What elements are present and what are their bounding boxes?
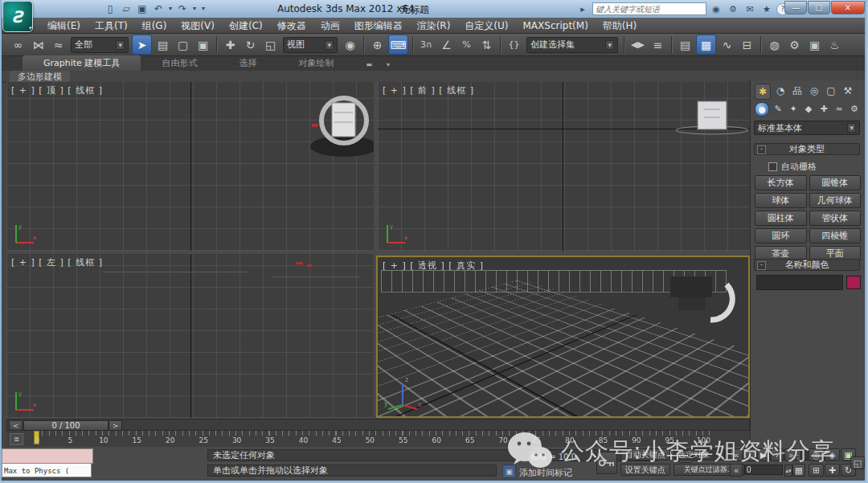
- hierarchy-tab-icon[interactable]: 品: [790, 84, 805, 98]
- object-type-button[interactable]: 管状体: [809, 211, 862, 226]
- geometry-icon[interactable]: ●: [755, 102, 769, 117]
- select-and-rotate-icon[interactable]: ↻: [241, 35, 260, 54]
- utilities-tab-icon[interactable]: ⚒: [841, 84, 855, 98]
- use-pivot-center-icon[interactable]: ◉: [341, 35, 359, 54]
- reference-coordinate-dropdown[interactable]: 视图 ▾: [283, 37, 338, 53]
- create-tab-icon[interactable]: ✱: [755, 84, 771, 100]
- viewport-front[interactable]: [ + ] [ 前 ] [ 线框 ] xy: [378, 82, 750, 251]
- cameras-icon[interactable]: ◆: [802, 102, 815, 115]
- geometry-category-dropdown[interactable]: 标准基本体 ▾: [754, 121, 860, 135]
- time-slider-handle[interactable]: 0 / 100: [23, 420, 108, 431]
- select-and-scale-icon[interactable]: ◱: [261, 35, 280, 54]
- qat-customize-icon[interactable]: ▾: [199, 2, 207, 15]
- mirror-icon[interactable]: ◀▶: [628, 35, 647, 54]
- zoom-all-icon[interactable]: ◈: [825, 448, 840, 461]
- layer-manager-icon[interactable]: ▤: [676, 35, 694, 54]
- subscription-icon[interactable]: ⚙: [726, 3, 740, 15]
- minimize-button[interactable]: —: [784, 1, 807, 14]
- object-type-button[interactable]: 四棱锥: [809, 228, 862, 244]
- open-file-icon[interactable]: ▱: [119, 2, 133, 15]
- menu-item[interactable]: 自定义(U): [457, 18, 515, 34]
- track-bar[interactable]: ≣ 05101520253035404550556065707580859095…: [6, 431, 750, 448]
- headphone-object-perspective[interactable]: [656, 270, 740, 338]
- object-type-button[interactable]: 几何球体: [809, 193, 862, 208]
- title-bar[interactable]: ▯ ▱ ▣ ↶ ▾ ↷ ▾ ▾ Autodesk 3ds Max 2012 x6…: [0, 0, 868, 18]
- helpers-icon[interactable]: ✚: [817, 102, 830, 115]
- headphone-object-top[interactable]: [305, 87, 374, 163]
- rollout-collapse-icon[interactable]: -: [757, 261, 766, 270]
- ribbon-minimize-icon[interactable]: ▬: [366, 61, 372, 68]
- object-type-button[interactable]: 球体: [755, 193, 807, 208]
- menu-item[interactable]: 编辑(E): [40, 18, 88, 34]
- display-tab-icon[interactable]: ▢: [824, 84, 838, 98]
- menu-item[interactable]: 视图(V): [174, 18, 222, 34]
- selection-set-dropdown[interactable]: 选定对象 ▾: [674, 448, 725, 460]
- close-button[interactable]: ×: [831, 1, 865, 14]
- time-configuration-icon[interactable]: ▦: [792, 464, 805, 477]
- viewport-left[interactable]: [ + ] [ 左 ] [ 线框 ] xy: [6, 254, 374, 418]
- box-object-front[interactable]: [674, 98, 750, 138]
- new-file-icon[interactable]: ▯: [103, 2, 117, 15]
- snap-toggle-3d-icon[interactable]: 3∩: [417, 35, 436, 54]
- select-and-move-icon[interactable]: ✚: [221, 35, 240, 54]
- tab-freeform[interactable]: 自由形式: [141, 55, 218, 71]
- zoom-extents-all-icon[interactable]: ⊞: [809, 464, 824, 477]
- percent-snap-icon[interactable]: %: [457, 35, 476, 54]
- select-by-name-icon[interactable]: ▤: [154, 35, 172, 54]
- angle-snap-icon[interactable]: ∠: [437, 35, 456, 54]
- set-key-button[interactable]: 设置关键点: [620, 464, 670, 476]
- spacewarps-icon[interactable]: ≈: [833, 102, 845, 115]
- object-type-button[interactable]: 圆柱体: [755, 211, 807, 226]
- viewport-label-front[interactable]: [ + ] [ 前 ] [ 线框 ]: [383, 84, 474, 96]
- unlink-selection-icon[interactable]: ⋈: [29, 35, 47, 54]
- auto-key-button[interactable]: 自动关键点: [620, 448, 670, 460]
- menu-item[interactable]: 渲染(R): [410, 18, 458, 34]
- menu-item[interactable]: MAXScript(M): [516, 18, 596, 34]
- menu-item[interactable]: 图形编辑器: [347, 18, 410, 34]
- previous-key-icon[interactable]: ‹: [743, 448, 756, 461]
- frame-spinner-icon[interactable]: ▴▾: [784, 465, 792, 477]
- select-object-icon[interactable]: ➤: [132, 35, 152, 55]
- rollout-name-color[interactable]: - 名称和颜色: [754, 259, 860, 271]
- time-slider[interactable]: < 0 / 100 >: [6, 419, 750, 431]
- go-to-start-frame-icon[interactable]: «: [730, 464, 743, 477]
- window-crossing-icon[interactable]: ▣: [194, 35, 212, 54]
- rendered-frame-window-icon[interactable]: ▣: [805, 35, 824, 54]
- mini-curve-editor-icon[interactable]: ≣: [10, 433, 23, 445]
- next-key-icon[interactable]: ›: [771, 448, 784, 461]
- material-editor-icon[interactable]: ◍: [765, 35, 784, 54]
- keyboard-override-icon[interactable]: ⌨: [388, 35, 408, 55]
- selection-filter-dropdown[interactable]: 全部 ▾: [71, 37, 129, 53]
- graphite-ribbon-toggle-icon[interactable]: ▦: [696, 35, 716, 55]
- application-menu-button[interactable]: Ƨ ▾: [2, 1, 33, 32]
- autogrid-checkbox[interactable]: [768, 162, 777, 171]
- tab-graphite-modeling[interactable]: Graphite 建模工具: [23, 55, 141, 71]
- maxscript-mini-listener[interactable]: Max to Physcs (: [2, 463, 92, 477]
- menu-item[interactable]: 帮助(H): [596, 18, 644, 34]
- motion-tab-icon[interactable]: ◎: [807, 84, 821, 98]
- search-go-icon[interactable]: ▸: [575, 3, 590, 15]
- edit-named-sets-icon[interactable]: {}: [505, 35, 523, 54]
- shapes-icon[interactable]: ✎: [772, 102, 784, 115]
- pan-view-icon[interactable]: ✚: [825, 464, 840, 477]
- render-production-icon[interactable]: ♨: [825, 35, 844, 54]
- object-type-button[interactable]: 圆锥体: [809, 175, 862, 190]
- tab-selection[interactable]: 选择: [218, 55, 277, 71]
- bind-to-spacewarp-icon[interactable]: ≈: [49, 35, 68, 54]
- restore-button[interactable]: ▢: [808, 1, 830, 14]
- object-type-button[interactable]: 长方体: [755, 175, 807, 190]
- redo-dropdown-icon[interactable]: ▾: [191, 2, 198, 15]
- viewport-perspective-active[interactable]: [ + ] [ 透视 ] [ 真实 ] z x y: [376, 256, 750, 418]
- rollout-collapse-icon[interactable]: -: [757, 145, 766, 154]
- curve-editor-icon[interactable]: ∿: [718, 35, 736, 54]
- favorites-icon[interactable]: ★: [760, 3, 774, 15]
- menu-item[interactable]: 修改器: [270, 18, 313, 34]
- redo-icon[interactable]: ↷: [175, 2, 190, 15]
- select-and-manipulate-icon[interactable]: ⊕: [368, 35, 387, 54]
- add-time-tag-icon[interactable]: ▣: [502, 465, 516, 478]
- maximize-viewport-toggle-icon[interactable]: ◱: [850, 456, 865, 469]
- named-selection-sets-dropdown[interactable]: 创建选择集 ▾: [526, 37, 618, 53]
- systems-icon[interactable]: ⚙: [848, 102, 861, 115]
- save-file-icon[interactable]: ▣: [135, 2, 149, 15]
- undo-icon[interactable]: ↶: [151, 2, 166, 15]
